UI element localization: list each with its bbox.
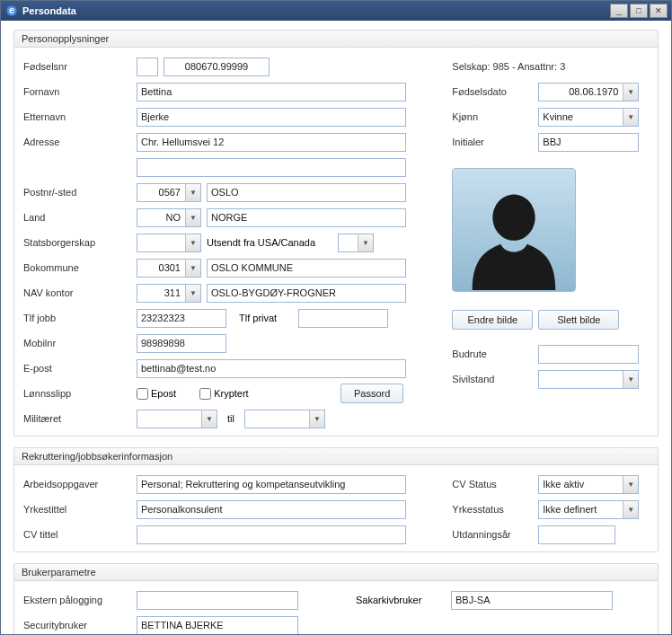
sakarkiv-label: Sakarkivbruker	[356, 595, 446, 605]
titlebar: e Persondata _ □ ✕	[1, 1, 671, 21]
yrkestittel-input[interactable]	[137, 500, 406, 519]
militaeret-label: Militæret	[23, 413, 131, 424]
nav-select[interactable]	[137, 284, 201, 303]
minimize-button[interactable]: _	[610, 4, 628, 18]
utdanningsar-label: Utdanningsår	[452, 529, 533, 540]
kjonn-select[interactable]	[538, 108, 639, 127]
security-input[interactable]	[137, 616, 298, 635]
window-title: Persondata	[22, 5, 610, 16]
yrkesstatus-label: Yrkesstatus	[452, 504, 533, 515]
passord-button[interactable]: Passord	[340, 384, 403, 403]
arbeidsoppgaver-label: Arbeidsoppgaver	[23, 479, 131, 489]
yrkestittel-label: Yrkestittel	[23, 504, 131, 515]
section-rekruttering: Rekruttering/jobbsøkerinformasjon Arbeid…	[13, 447, 659, 552]
fodselsnr-input[interactable]	[164, 57, 270, 76]
statsborgerskap-label: Statsborgerskap	[23, 237, 131, 248]
kryptert-checkbox[interactable]: Kryptert	[199, 388, 249, 400]
fornavn-input[interactable]	[137, 83, 406, 101]
section-brukerparametre: Brukerparametre Ekstern pålogging Securi…	[13, 563, 659, 634]
section-header: Personopplysninger	[14, 31, 658, 48]
bokommune-label: Bokommune	[23, 262, 131, 273]
adresse-input[interactable]	[137, 133, 406, 152]
section-header: Brukerparametre	[14, 564, 658, 581]
epost-input[interactable]	[137, 359, 406, 378]
epost-checkbox[interactable]: Epost	[137, 388, 176, 400]
photo-placeholder	[452, 168, 576, 292]
adresse-label: Adresse	[23, 137, 131, 147]
sivilstand-label: Sivilstand	[452, 374, 533, 384]
tlfjobb-input[interactable]	[137, 309, 226, 328]
militaeret-fra-select[interactable]	[137, 410, 217, 428]
ekstern-label: Ekstern pålogging	[23, 595, 131, 605]
kjonn-label: Kjønn	[452, 111, 533, 122]
utsendt-label: Utsendt fra USA/Canada	[207, 237, 332, 248]
tlfjobb-label: Tlf jobb	[23, 313, 131, 323]
lonnsslipp-label: Lønnsslipp	[23, 388, 131, 399]
cvstatus-label: CV Status	[452, 479, 533, 489]
content: Personopplysninger Fødselsnr Fornavn Ett…	[1, 21, 671, 634]
cvtittel-input[interactable]	[137, 525, 406, 544]
fodselsdato-input[interactable]	[538, 83, 639, 101]
mobil-input[interactable]	[137, 334, 226, 353]
app-icon: e	[4, 4, 19, 18]
close-button[interactable]: ✕	[650, 4, 668, 18]
cvstatus-select[interactable]	[538, 475, 639, 494]
utdanningsar-input[interactable]	[538, 525, 615, 544]
initialer-label: Initialer	[452, 137, 533, 147]
slett-bilde-button[interactable]: Slett bilde	[538, 310, 619, 330]
ekstern-input[interactable]	[137, 591, 298, 610]
initialer-input[interactable]	[538, 133, 639, 152]
section-personopplysninger: Personopplysninger Fødselsnr Fornavn Ett…	[13, 30, 659, 437]
fodselsnr-label: Fødselsnr	[23, 61, 131, 72]
yrkesstatus-select[interactable]	[538, 500, 639, 519]
tlfprivat-input[interactable]	[298, 309, 388, 328]
bokommune-select[interactable]	[137, 259, 201, 278]
militaeret-til-select[interactable]	[244, 410, 325, 428]
adresse2-input[interactable]	[137, 158, 406, 177]
window: e Persondata _ □ ✕ Personopplysninger Fø…	[0, 0, 672, 635]
sakarkiv-input[interactable]	[451, 591, 613, 610]
land-select[interactable]	[137, 208, 201, 227]
endre-bilde-button[interactable]: Endre bilde	[452, 310, 533, 330]
maximize-button[interactable]: □	[630, 4, 648, 18]
fodselsdato-label: Fødselsdato	[452, 86, 533, 97]
mobil-label: Mobilnr	[23, 338, 131, 348]
selskap-ansatt-text: Selskap: 985 - Ansattnr: 3	[452, 61, 565, 72]
budrute-label: Budrute	[452, 348, 533, 359]
cvtittel-label: CV tittel	[23, 529, 131, 540]
land-name-input[interactable]	[207, 208, 406, 227]
budrute-input[interactable]	[538, 345, 639, 364]
til-label: til	[223, 413, 239, 424]
postnr-select[interactable]	[137, 183, 201, 202]
fornavn-label: Fornavn	[23, 86, 131, 97]
tlfprivat-label: Tlf privat	[239, 313, 293, 323]
fodselsnr-prefix-input[interactable]	[137, 57, 158, 76]
nav-label: NAV kontor	[23, 287, 131, 298]
sivilstand-select[interactable]	[538, 370, 639, 389]
postnr-label: Postnr/-sted	[23, 187, 131, 198]
land-label: Land	[23, 212, 131, 223]
bokommune-name-input[interactable]	[207, 259, 406, 278]
statsborgerskap-select[interactable]	[137, 234, 201, 252]
svg-text:e: e	[9, 4, 14, 15]
epost-label: E-post	[23, 363, 131, 374]
poststed-input[interactable]	[207, 183, 406, 202]
security-label: Securitybruker	[23, 620, 131, 631]
etternavn-label: Etternavn	[23, 111, 131, 122]
utsendt-select[interactable]	[338, 234, 374, 252]
arbeidsoppgaver-input[interactable]	[137, 475, 406, 494]
nav-name-input[interactable]	[207, 284, 406, 303]
section-header: Rekruttering/jobbsøkerinformasjon	[14, 448, 658, 465]
etternavn-input[interactable]	[137, 108, 406, 127]
